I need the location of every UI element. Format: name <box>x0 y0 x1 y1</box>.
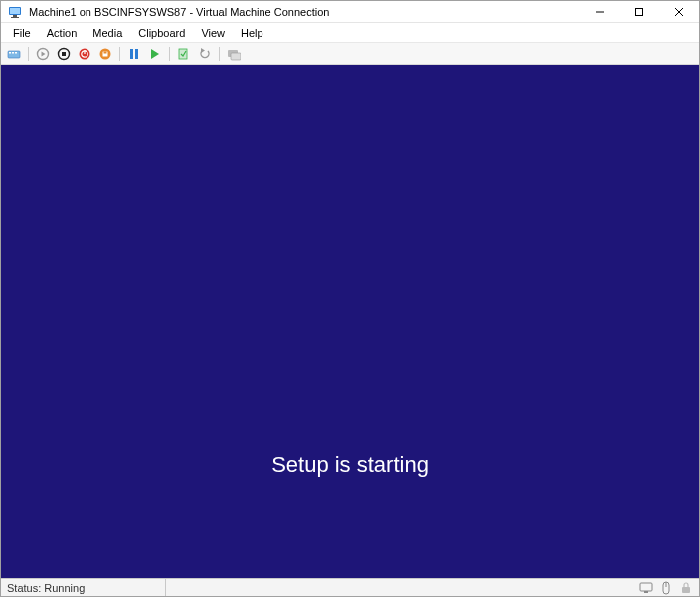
save-button[interactable] <box>96 45 114 63</box>
start-button[interactable] <box>34 45 52 63</box>
svg-rect-28 <box>231 53 241 60</box>
svg-rect-25 <box>179 49 187 59</box>
pause-button[interactable] <box>125 45 143 63</box>
svg-rect-10 <box>12 52 14 54</box>
status-text: Status: Running <box>7 579 166 596</box>
svg-rect-33 <box>682 587 690 593</box>
shutdown-button[interactable] <box>76 45 93 63</box>
reset-button[interactable] <box>146 45 164 63</box>
menu-clipboard[interactable]: Clipboard <box>130 25 193 41</box>
toolbar-separator <box>169 47 170 61</box>
svg-rect-22 <box>130 49 133 59</box>
svg-rect-23 <box>135 49 138 59</box>
svg-rect-2 <box>13 15 17 17</box>
mouse-status-icon <box>659 581 673 595</box>
toolbar <box>1 43 699 65</box>
svg-rect-30 <box>644 591 648 593</box>
svg-rect-9 <box>9 52 11 54</box>
status-icons <box>639 581 693 595</box>
statusbar: Status: Running <box>1 578 699 596</box>
vm-display[interactable]: Setup is starting <box>1 65 699 578</box>
enhanced-session-button[interactable] <box>225 45 243 63</box>
lock-status-icon <box>679 581 693 595</box>
svg-rect-21 <box>104 51 107 53</box>
window-title: Machine1 on BSCINFSYSWS87 - Virtual Mach… <box>29 6 580 18</box>
svg-rect-5 <box>636 8 643 15</box>
svg-rect-11 <box>15 52 17 54</box>
titlebar: Machine1 on BSCINFSYSWS87 - Virtual Mach… <box>1 1 699 23</box>
menu-action[interactable]: Action <box>39 25 86 41</box>
app-icon <box>7 4 23 20</box>
svg-rect-1 <box>10 8 20 14</box>
menu-view[interactable]: View <box>193 25 233 41</box>
svg-rect-3 <box>11 17 19 18</box>
ctrl-alt-del-button[interactable] <box>5 45 23 63</box>
toolbar-separator <box>219 47 220 61</box>
close-button[interactable] <box>659 1 699 22</box>
window-controls <box>580 1 699 22</box>
menu-media[interactable]: Media <box>85 25 130 41</box>
menu-file[interactable]: File <box>5 25 39 41</box>
toolbar-separator <box>119 47 120 61</box>
toolbar-separator <box>28 47 29 61</box>
menu-help[interactable]: Help <box>233 25 271 41</box>
maximize-button[interactable] <box>619 1 659 22</box>
svg-marker-26 <box>201 48 205 53</box>
setup-message: Setup is starting <box>271 452 429 478</box>
svg-marker-13 <box>42 51 46 56</box>
menubar: File Action Media Clipboard View Help <box>1 23 699 43</box>
svg-rect-29 <box>640 583 652 591</box>
svg-marker-24 <box>151 49 159 59</box>
svg-rect-15 <box>62 52 66 56</box>
turn-off-button[interactable] <box>55 45 73 63</box>
revert-button[interactable] <box>196 45 214 63</box>
checkpoint-button[interactable] <box>175 45 193 63</box>
display-status-icon <box>639 581 653 595</box>
minimize-button[interactable] <box>580 1 619 22</box>
